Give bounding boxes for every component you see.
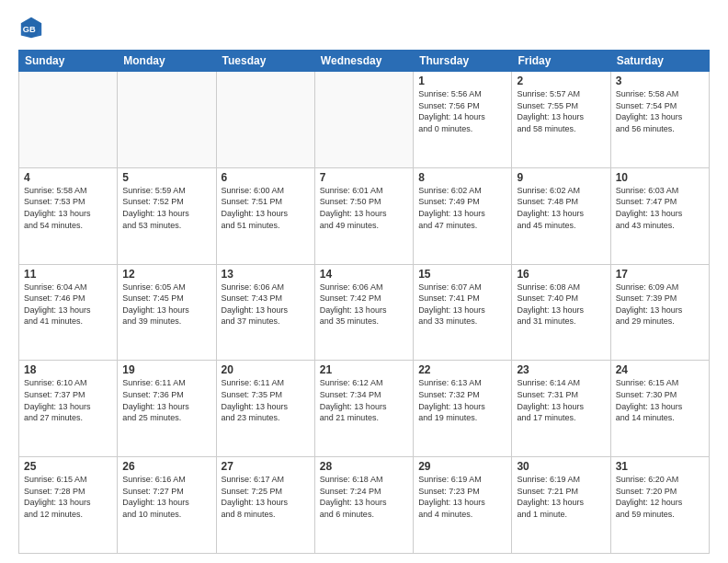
cell-day-number: 2 bbox=[517, 75, 605, 87]
cell-day-number: 8 bbox=[418, 171, 506, 184]
calendar-cell: 27Sunrise: 6:17 AM Sunset: 7:25 PM Dayli… bbox=[216, 457, 314, 554]
weekday-header-sunday: Sunday bbox=[19, 51, 118, 72]
cell-info: Sunrise: 6:03 AM Sunset: 7:47 PM Dayligh… bbox=[616, 185, 704, 231]
cell-info: Sunrise: 6:16 AM Sunset: 7:27 PM Dayligh… bbox=[122, 474, 210, 520]
cell-info: Sunrise: 6:02 AM Sunset: 7:49 PM Dayligh… bbox=[418, 185, 506, 231]
cell-info: Sunrise: 6:15 AM Sunset: 7:30 PM Dayligh… bbox=[616, 377, 704, 423]
calendar-cell: 24Sunrise: 6:15 AM Sunset: 7:30 PM Dayli… bbox=[610, 361, 709, 457]
calendar-cell: 6Sunrise: 6:00 AM Sunset: 7:51 PM Daylig… bbox=[216, 167, 314, 264]
cell-day-number: 29 bbox=[418, 460, 506, 473]
calendar-cell bbox=[19, 72, 118, 168]
cell-day-number: 7 bbox=[320, 171, 408, 184]
cell-info: Sunrise: 6:04 AM Sunset: 7:46 PM Dayligh… bbox=[24, 282, 112, 327]
calendar-cell: 19Sunrise: 6:11 AM Sunset: 7:36 PM Dayli… bbox=[118, 361, 216, 457]
calendar-cell: 10Sunrise: 6:03 AM Sunset: 7:47 PM Dayli… bbox=[610, 167, 709, 264]
cell-info: Sunrise: 5:58 AM Sunset: 7:53 PM Dayligh… bbox=[24, 185, 112, 231]
cell-day-number: 25 bbox=[24, 460, 112, 473]
svg-text:GB: GB bbox=[23, 25, 36, 34]
header: GB bbox=[18, 15, 710, 40]
cell-day-number: 4 bbox=[24, 171, 112, 184]
calendar-cell: 17Sunrise: 6:09 AM Sunset: 7:39 PM Dayli… bbox=[610, 264, 709, 361]
cell-info: Sunrise: 5:57 AM Sunset: 7:55 PM Dayligh… bbox=[517, 88, 605, 134]
cell-day-number: 1 bbox=[418, 75, 506, 87]
calendar-cell bbox=[216, 72, 314, 168]
calendar-cell: 1Sunrise: 5:56 AM Sunset: 7:56 PM Daylig… bbox=[414, 72, 512, 168]
cell-day-number: 20 bbox=[222, 363, 310, 376]
calendar-cell: 16Sunrise: 6:08 AM Sunset: 7:40 PM Dayli… bbox=[512, 264, 610, 361]
cell-day-number: 3 bbox=[616, 75, 704, 87]
calendar-table: SundayMondayTuesdayWednesdayThursdayFrid… bbox=[18, 50, 710, 554]
cell-day-number: 22 bbox=[418, 363, 506, 376]
calendar-cell: 25Sunrise: 6:15 AM Sunset: 7:28 PM Dayli… bbox=[19, 457, 118, 554]
cell-day-number: 18 bbox=[24, 363, 112, 376]
cell-day-number: 9 bbox=[517, 171, 605, 184]
calendar-cell: 9Sunrise: 6:02 AM Sunset: 7:48 PM Daylig… bbox=[512, 167, 610, 264]
calendar-cell: 26Sunrise: 6:16 AM Sunset: 7:27 PM Dayli… bbox=[118, 457, 216, 554]
calendar-cell: 22Sunrise: 6:13 AM Sunset: 7:32 PM Dayli… bbox=[414, 361, 512, 457]
cell-day-number: 26 bbox=[122, 460, 210, 473]
cell-day-number: 11 bbox=[24, 268, 112, 281]
calendar-cell: 30Sunrise: 6:19 AM Sunset: 7:21 PM Dayli… bbox=[512, 457, 610, 554]
cell-info: Sunrise: 6:06 AM Sunset: 7:42 PM Dayligh… bbox=[320, 282, 408, 327]
page: GB SundayMondayTuesdayWednesdayThursdayF… bbox=[0, 0, 728, 563]
calendar-cell: 7Sunrise: 6:01 AM Sunset: 7:50 PM Daylig… bbox=[314, 167, 413, 264]
cell-day-number: 6 bbox=[222, 171, 310, 184]
weekday-header-row: SundayMondayTuesdayWednesdayThursdayFrid… bbox=[19, 51, 710, 72]
calendar-week-row: 11Sunrise: 6:04 AM Sunset: 7:46 PM Dayli… bbox=[19, 264, 710, 361]
cell-day-number: 31 bbox=[616, 460, 704, 473]
cell-info: Sunrise: 6:11 AM Sunset: 7:36 PM Dayligh… bbox=[122, 377, 210, 423]
calendar-week-row: 25Sunrise: 6:15 AM Sunset: 7:28 PM Dayli… bbox=[19, 457, 710, 554]
cell-info: Sunrise: 6:14 AM Sunset: 7:31 PM Dayligh… bbox=[517, 377, 605, 423]
calendar-cell bbox=[118, 72, 216, 168]
cell-day-number: 14 bbox=[320, 268, 408, 281]
logo: GB bbox=[18, 15, 48, 40]
cell-info: Sunrise: 6:10 AM Sunset: 7:37 PM Dayligh… bbox=[24, 377, 112, 423]
cell-day-number: 10 bbox=[616, 171, 704, 184]
cell-info: Sunrise: 6:05 AM Sunset: 7:45 PM Dayligh… bbox=[122, 282, 210, 327]
cell-info: Sunrise: 6:00 AM Sunset: 7:51 PM Dayligh… bbox=[222, 185, 310, 231]
weekday-header-wednesday: Wednesday bbox=[314, 51, 413, 72]
cell-day-number: 28 bbox=[320, 460, 408, 473]
cell-day-number: 30 bbox=[517, 460, 605, 473]
cell-info: Sunrise: 6:09 AM Sunset: 7:39 PM Dayligh… bbox=[616, 282, 704, 327]
cell-info: Sunrise: 6:07 AM Sunset: 7:41 PM Dayligh… bbox=[418, 282, 506, 327]
calendar-week-row: 1Sunrise: 5:56 AM Sunset: 7:56 PM Daylig… bbox=[19, 72, 710, 168]
cell-day-number: 15 bbox=[418, 268, 506, 281]
cell-day-number: 24 bbox=[616, 363, 704, 376]
cell-info: Sunrise: 6:15 AM Sunset: 7:28 PM Dayligh… bbox=[24, 474, 112, 520]
calendar-cell bbox=[314, 72, 413, 168]
calendar-cell: 4Sunrise: 5:58 AM Sunset: 7:53 PM Daylig… bbox=[19, 167, 118, 264]
calendar-cell: 15Sunrise: 6:07 AM Sunset: 7:41 PM Dayli… bbox=[414, 264, 512, 361]
cell-day-number: 17 bbox=[616, 268, 704, 281]
cell-info: Sunrise: 6:19 AM Sunset: 7:21 PM Dayligh… bbox=[517, 474, 605, 520]
cell-day-number: 16 bbox=[517, 268, 605, 281]
calendar-cell: 12Sunrise: 6:05 AM Sunset: 7:45 PM Dayli… bbox=[118, 264, 216, 361]
calendar-cell: 13Sunrise: 6:06 AM Sunset: 7:43 PM Dayli… bbox=[216, 264, 314, 361]
cell-day-number: 21 bbox=[320, 363, 408, 376]
weekday-header-saturday: Saturday bbox=[610, 51, 709, 72]
weekday-header-monday: Monday bbox=[118, 51, 216, 72]
calendar-cell: 11Sunrise: 6:04 AM Sunset: 7:46 PM Dayli… bbox=[19, 264, 118, 361]
calendar-cell: 8Sunrise: 6:02 AM Sunset: 7:49 PM Daylig… bbox=[414, 167, 512, 264]
calendar-cell: 28Sunrise: 6:18 AM Sunset: 7:24 PM Dayli… bbox=[314, 457, 413, 554]
cell-info: Sunrise: 6:02 AM Sunset: 7:48 PM Dayligh… bbox=[517, 185, 605, 231]
cell-day-number: 5 bbox=[122, 171, 210, 184]
cell-day-number: 23 bbox=[517, 363, 605, 376]
cell-info: Sunrise: 5:56 AM Sunset: 7:56 PM Dayligh… bbox=[418, 88, 506, 134]
calendar-cell: 29Sunrise: 6:19 AM Sunset: 7:23 PM Dayli… bbox=[414, 457, 512, 554]
calendar-week-row: 18Sunrise: 6:10 AM Sunset: 7:37 PM Dayli… bbox=[19, 361, 710, 457]
calendar-cell: 21Sunrise: 6:12 AM Sunset: 7:34 PM Dayli… bbox=[314, 361, 413, 457]
cell-info: Sunrise: 6:06 AM Sunset: 7:43 PM Dayligh… bbox=[222, 282, 310, 327]
cell-info: Sunrise: 6:19 AM Sunset: 7:23 PM Dayligh… bbox=[418, 474, 506, 520]
cell-info: Sunrise: 6:18 AM Sunset: 7:24 PM Dayligh… bbox=[320, 474, 408, 520]
calendar-cell: 23Sunrise: 6:14 AM Sunset: 7:31 PM Dayli… bbox=[512, 361, 610, 457]
cell-info: Sunrise: 6:17 AM Sunset: 7:25 PM Dayligh… bbox=[222, 474, 310, 520]
cell-day-number: 13 bbox=[222, 268, 310, 281]
cell-info: Sunrise: 6:01 AM Sunset: 7:50 PM Dayligh… bbox=[320, 185, 408, 231]
logo-icon: GB bbox=[18, 15, 44, 40]
cell-day-number: 12 bbox=[122, 268, 210, 281]
cell-info: Sunrise: 5:59 AM Sunset: 7:52 PM Dayligh… bbox=[122, 185, 210, 231]
calendar-cell: 31Sunrise: 6:20 AM Sunset: 7:20 PM Dayli… bbox=[610, 457, 709, 554]
calendar-cell: 3Sunrise: 5:58 AM Sunset: 7:54 PM Daylig… bbox=[610, 72, 709, 168]
weekday-header-thursday: Thursday bbox=[414, 51, 512, 72]
